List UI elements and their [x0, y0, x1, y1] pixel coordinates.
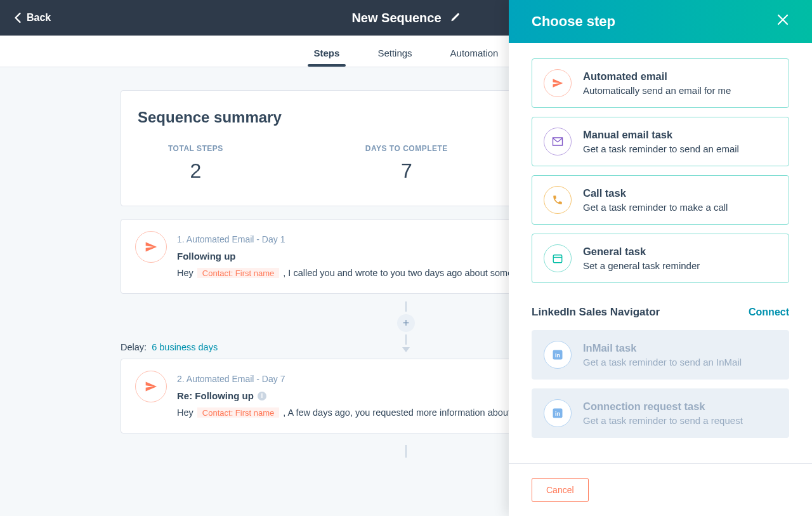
calendar-icon: [544, 244, 572, 272]
option-manual-email[interactable]: Manual email task Get a task reminder to…: [532, 117, 789, 166]
option-desc: Set a general task reminder: [583, 260, 700, 271]
option-general-task[interactable]: General task Set a general task reminder: [532, 234, 789, 283]
delay-value[interactable]: 6 business days: [152, 342, 218, 352]
subject-text: Re: Following up: [177, 390, 254, 401]
arrow-down-icon: [402, 347, 410, 352]
option-desc: Get a task reminder to make a call: [583, 202, 728, 213]
option-inmail-task: in InMail task Get a task reminder to se…: [532, 330, 789, 380]
svg-text:in: in: [555, 352, 560, 359]
tab-steps[interactable]: Steps: [313, 48, 341, 67]
chevron-left-icon: [14, 13, 22, 23]
stat-value: 2: [168, 159, 223, 183]
tab-settings[interactable]: Settings: [376, 48, 413, 67]
connector-line: [405, 334, 407, 345]
back-button[interactable]: Back: [0, 12, 51, 23]
mail-icon: [544, 128, 572, 155]
linkedin-heading-row: LinkedIn Sales Navigator Connect: [532, 306, 789, 319]
send-icon: [135, 231, 167, 263]
option-automated-email[interactable]: Automated email Automatically send an em…: [532, 58, 789, 108]
option-title: Manual email task: [583, 129, 739, 141]
close-icon[interactable]: [776, 13, 789, 30]
option-desc: Automatically send an email for me: [583, 85, 731, 96]
option-title: Automated email: [583, 70, 731, 83]
send-icon: [544, 69, 572, 97]
panel-title: Choose step: [532, 13, 615, 30]
stat-label: TOTAL STEPS: [168, 144, 223, 153]
preview-text: Hey: [177, 407, 196, 418]
option-title: General task: [583, 246, 700, 258]
svg-rect-0: [553, 255, 562, 263]
option-desc: Get a task reminder to send an InMail: [583, 357, 742, 367]
option-title: Call task: [583, 187, 728, 199]
cancel-button[interactable]: Cancel: [532, 478, 589, 502]
add-step-button[interactable]: +: [397, 314, 415, 332]
panel-footer: Cancel: [509, 463, 812, 516]
option-call-task[interactable]: Call task Get a task reminder to make a …: [532, 175, 789, 225]
linkedin-connect-link[interactable]: Connect: [749, 307, 789, 318]
preview-text: , I called you and wrote to you two days…: [283, 268, 537, 278]
stat-days: DAYS TO COMPLETE 7: [365, 144, 448, 183]
option-title: Connection request task: [583, 400, 743, 413]
info-icon[interactable]: i: [258, 392, 266, 400]
connector-line: [405, 301, 407, 312]
connector-line: [405, 445, 407, 458]
option-desc: Get a task reminder to send an email: [583, 143, 739, 154]
page-title-wrap: New Sequence: [351, 11, 460, 25]
option-title: InMail task: [583, 342, 742, 354]
stat-value: 7: [365, 159, 448, 183]
send-icon: [135, 371, 167, 402]
panel-body: Automated email Automatically send an em…: [509, 43, 812, 463]
contact-token: Contact: First name: [197, 407, 279, 418]
stat-total-steps: TOTAL STEPS 2: [168, 144, 223, 183]
choose-step-panel: Choose step Automated email Automaticall…: [509, 0, 812, 516]
linkedin-icon: in: [544, 399, 572, 427]
linkedin-icon: in: [544, 341, 572, 369]
svg-text:in: in: [555, 411, 560, 417]
back-label: Back: [27, 12, 51, 23]
delay-label: Delay: 6 business days: [121, 342, 218, 352]
stat-label: DAYS TO COMPLETE: [365, 144, 448, 153]
linkedin-heading: LinkedIn Sales Navigator: [532, 306, 660, 319]
panel-header: Choose step: [509, 0, 812, 43]
phone-icon: [544, 186, 572, 214]
edit-icon[interactable]: [450, 13, 461, 23]
option-desc: Get a task reminder to send a request: [583, 415, 743, 426]
option-connection-request: in Connection request task Get a task re…: [532, 388, 789, 438]
contact-token: Contact: First name: [197, 268, 279, 278]
delay-text: Delay:: [121, 342, 147, 352]
tab-automation[interactable]: Automation: [449, 48, 500, 67]
page-title: New Sequence: [351, 11, 441, 25]
preview-text: Hey: [177, 268, 196, 278]
